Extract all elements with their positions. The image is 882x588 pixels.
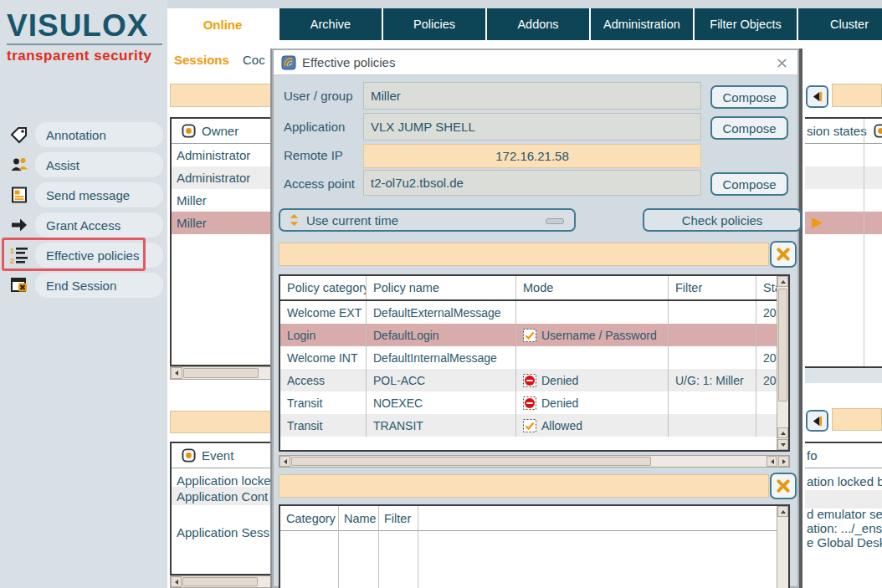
collapse-left-button[interactable]	[806, 410, 828, 432]
effective-policies-dialog: Effective policies User / group Miller C…	[272, 49, 799, 588]
info-header-label: fo	[807, 448, 818, 463]
scroll-up-icon[interactable]	[777, 427, 788, 438]
top-strip	[167, 0, 882, 8]
sidebar-item-send-message[interactable]: Send message	[0, 182, 167, 207]
subtab-cockpit-partial[interactable]: Coc	[243, 53, 265, 67]
event-row[interactable]: Application Sess	[177, 525, 269, 539]
scroll-left-icon[interactable]	[171, 576, 182, 587]
logo-text: VISULOX	[7, 8, 162, 43]
scrollbar-thumb[interactable]	[183, 368, 259, 378]
policy-row[interactable]: Transit NOEXEC Denied	[280, 391, 788, 414]
clear-policies-button[interactable]	[770, 241, 797, 268]
sidebar-item-effective-policies[interactable]: 12 Effective policies	[0, 243, 167, 268]
scrollbar-thumb[interactable]	[778, 289, 787, 401]
column-divider	[864, 119, 864, 366]
detail-table-vscrollbar	[777, 506, 788, 588]
policy-row[interactable]: Welcome EXT DefaultExternalMessage 2021	[280, 301, 788, 324]
scroll-down-icon[interactable]	[777, 439, 788, 450]
logo-tagline: transparent security	[7, 48, 162, 64]
user-group-field[interactable]: Miller	[363, 82, 701, 110]
event-row[interactable]: Application Cont	[177, 489, 268, 504]
sidebar-item-label[interactable]: Assist	[35, 152, 163, 177]
sidebar-item-label[interactable]: End Session	[35, 273, 163, 298]
scroll-right-icon[interactable]	[778, 456, 789, 467]
tab-filter-objects[interactable]: Filter Objects	[695, 8, 797, 40]
compose-access-point-button[interactable]: Compose	[710, 172, 788, 196]
event-table-hscrollbar	[170, 575, 272, 588]
sidebar-item-label[interactable]: Grant Access	[35, 212, 163, 238]
owner-table-hscrollbar	[170, 366, 272, 380]
policy-row[interactable]: Access POL-ACC Denied U/G: 1: Miller 202…	[280, 369, 788, 391]
message-icon	[9, 185, 29, 205]
clear-detail-button[interactable]	[770, 473, 797, 499]
tab-archive[interactable]: Archive	[279, 8, 382, 40]
owner-row[interactable]: Administrator	[172, 144, 272, 166]
use-current-time-label: Use current time	[306, 213, 398, 228]
sidebar-item-assist[interactable]: Assist	[0, 152, 167, 177]
policy-row-selected[interactable]: Login DefaultLogin Username / Password	[280, 324, 788, 346]
radio-icon	[182, 124, 196, 138]
svg-text:1: 1	[10, 247, 14, 255]
col-policy-name: Policy name	[367, 276, 516, 299]
scrollbar-thumb[interactable]	[182, 577, 258, 586]
col-policy-category: Policy category	[280, 276, 367, 299]
scroll-left-icon[interactable]	[279, 456, 290, 467]
tab-addons[interactable]: Addons	[487, 8, 589, 40]
owner-row-selected[interactable]: Miller	[172, 212, 272, 234]
check-policies-button[interactable]: Check policies	[643, 208, 802, 232]
session-row[interactable]	[805, 144, 882, 166]
event-column-header[interactable]: Event	[172, 443, 272, 468]
compose-user-button[interactable]: Compose	[710, 85, 788, 109]
use-current-time-selector[interactable]: Use current time	[279, 208, 576, 232]
access-point-field[interactable]: t2-ol7u2.tbsol.de	[363, 170, 701, 196]
sessions-toolbar-left	[170, 84, 271, 107]
application-field[interactable]: VLX JUMP SHELL	[363, 113, 701, 141]
sidebar-item-annotation[interactable]: Annotation	[0, 122, 167, 147]
event-row[interactable]: Application locke	[177, 473, 271, 488]
owner-column-header[interactable]: Owner	[172, 119, 272, 144]
tab-administration[interactable]: Administration	[591, 8, 693, 40]
sidebar-item-grant-access[interactable]: Grant Access	[0, 212, 167, 238]
session-row[interactable]	[805, 166, 882, 189]
column-divider	[338, 506, 339, 588]
owner-row[interactable]: Miller	[172, 189, 272, 212]
scroll-up-icon[interactable]	[777, 506, 788, 517]
info-column-header: fo	[805, 443, 882, 468]
scrollbar-thumb[interactable]	[291, 457, 651, 466]
scroll-left-icon[interactable]	[171, 367, 182, 379]
info-row[interactable]: ation locked b	[807, 474, 882, 488]
tab-cluster[interactable]: Cluster	[798, 8, 882, 40]
sidebar-item-label[interactable]: Send message	[35, 182, 163, 207]
allowed-icon	[523, 419, 536, 432]
col-filter: Filter	[669, 276, 756, 299]
session-row[interactable]	[805, 189, 882, 212]
info-row[interactable]: ation: .../_ens/	[807, 521, 882, 535]
collapse-left-button[interactable]	[806, 85, 828, 108]
owner-row[interactable]: Administrator	[172, 166, 272, 189]
remote-ip-field[interactable]: 172.16.21.58	[363, 144, 701, 168]
info-row[interactable]: e Global Deskt	[807, 535, 882, 550]
subtab-sessions[interactable]: Sessions	[174, 53, 229, 67]
event-header-label: Event	[202, 448, 233, 463]
policy-row[interactable]: Welcome INT DefaultInternalMessage 2021	[280, 346, 788, 369]
compose-application-button[interactable]: Compose	[710, 116, 788, 140]
tab-policies[interactable]: Policies	[383, 8, 485, 40]
policy-row[interactable]: Transit TRANSIT Allowed	[280, 414, 788, 437]
dialog-titlebar[interactable]: Effective policies	[274, 50, 797, 75]
clear-icon	[776, 478, 791, 493]
sidebar-item-label[interactable]: Effective policies	[35, 243, 163, 268]
sidebar-item-label[interactable]: Annotation	[35, 122, 163, 147]
dialog-icon	[281, 55, 296, 70]
radio-icon	[874, 124, 882, 138]
slider-handle[interactable]	[546, 218, 564, 224]
dialog-title: Effective policies	[302, 55, 395, 69]
clear-icon	[776, 247, 791, 262]
sidebar-item-end-session[interactable]: End Session	[0, 273, 167, 298]
session-row-selected[interactable]	[805, 212, 882, 234]
info-row[interactable]: d emulator se	[807, 507, 882, 521]
scroll-up-icon[interactable]	[777, 276, 788, 287]
mode-label: Denied	[541, 374, 578, 387]
close-icon[interactable]	[774, 55, 789, 70]
scroll-left-icon[interactable]	[767, 456, 777, 467]
tab-online[interactable]: Online	[167, 8, 278, 40]
